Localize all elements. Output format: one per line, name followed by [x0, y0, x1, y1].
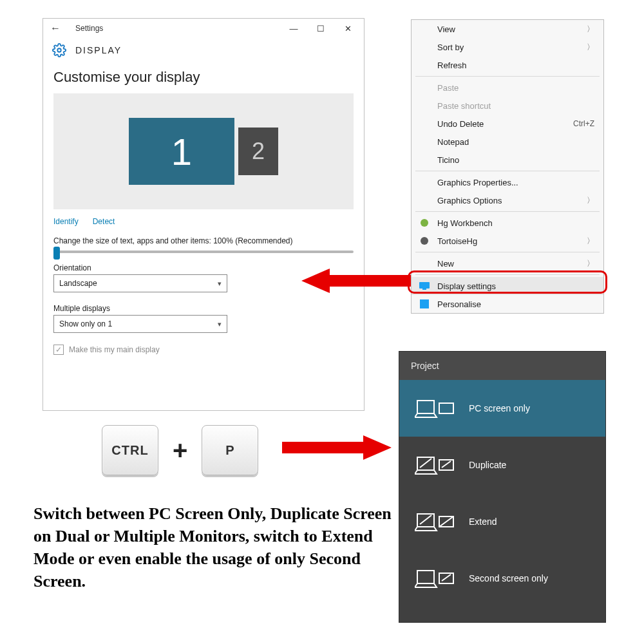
- menu-item-label: Sort by: [437, 43, 464, 52]
- arrow-annotation-2: [282, 433, 392, 462]
- header-row: DISPLAY: [43, 38, 364, 66]
- monitor-1[interactable]: 1: [129, 118, 234, 185]
- menu-item-label: Personalise: [437, 299, 481, 309]
- project-mode-icon: [415, 395, 453, 421]
- monitor-2[interactable]: 2: [238, 128, 278, 175]
- arrow-annotation-1: [301, 266, 411, 296]
- chevron-right-icon: 〉: [587, 24, 594, 35]
- orientation-value: Landscape: [59, 279, 97, 288]
- menu-item-label: Hg Workbench: [437, 218, 493, 228]
- chevron-right-icon: 〉: [587, 236, 594, 247]
- menu-item-label: New: [437, 259, 454, 269]
- menu-item-new[interactable]: New〉: [412, 254, 603, 272]
- project-option-pc-screen-only[interactable]: PC screen only: [399, 380, 605, 437]
- display-icon: [419, 281, 430, 291]
- menu-item-graphics-options[interactable]: Graphics Options〉: [412, 191, 603, 209]
- tortoise-icon: [419, 236, 430, 246]
- page-header: DISPLAY: [75, 45, 122, 55]
- project-mode-icon: [415, 452, 453, 478]
- menu-separator: [415, 274, 600, 275]
- project-mode-icon: [415, 509, 453, 535]
- menu-separator: [415, 252, 600, 252]
- chevron-down-icon: ▾: [218, 320, 222, 328]
- main-display-checkbox-row: ✓ Make this my main display: [43, 341, 364, 359]
- personalise-icon: [419, 299, 430, 309]
- hg-icon: [419, 218, 430, 228]
- key-ctrl: CTRL: [102, 425, 158, 475]
- svg-rect-8: [439, 403, 453, 413]
- section-title: Customise your display: [43, 66, 364, 93]
- menu-separator: [415, 211, 600, 212]
- menu-item-label: TortoiseHg: [437, 236, 477, 246]
- chevron-down-icon: ▾: [218, 279, 222, 288]
- menu-separator: [415, 76, 600, 77]
- svg-marker-6: [301, 269, 411, 293]
- project-option-label: Second screen only: [469, 573, 548, 583]
- chevron-right-icon: 〉: [587, 195, 594, 206]
- detect-link[interactable]: Detect: [93, 217, 115, 226]
- project-option-label: PC screen only: [469, 403, 530, 413]
- identify-link[interactable]: Identify: [53, 217, 79, 226]
- project-title: Project: [399, 352, 605, 380]
- menu-item-paste-shortcut: Paste shortcut: [412, 97, 603, 115]
- project-option-second-screen-only[interactable]: Second screen only: [399, 550, 605, 607]
- titlebar: ← Settings ― ☐ ✕: [43, 19, 364, 38]
- scale-slider[interactable]: [43, 248, 364, 260]
- menu-item-sort-by[interactable]: Sort by〉: [412, 38, 603, 56]
- menu-item-tortoisehg[interactable]: TortoiseHg〉: [412, 232, 603, 250]
- svg-rect-4: [422, 289, 426, 290]
- gear-icon: [52, 43, 66, 57]
- menu-item-display-settings[interactable]: Display settings: [412, 277, 603, 295]
- menu-separator: [415, 171, 600, 171]
- menu-item-personalise[interactable]: Personalise: [412, 295, 603, 313]
- orientation-select[interactable]: Landscape ▾: [53, 274, 227, 292]
- desktop-context-menu: View〉Sort by〉RefreshPastePaste shortcutU…: [411, 19, 604, 314]
- window-title: Settings: [75, 24, 280, 33]
- project-option-duplicate[interactable]: Duplicate: [399, 437, 605, 493]
- main-display-checkbox[interactable]: ✓: [53, 345, 64, 355]
- monitor-links: Identify Detect: [43, 209, 364, 234]
- menu-item-ticino[interactable]: Ticino: [412, 151, 603, 169]
- svg-point-1: [421, 219, 428, 227]
- project-option-label: Duplicate: [469, 460, 506, 470]
- project-option-label: Extend: [469, 516, 497, 527]
- menu-item-paste: Paste: [412, 79, 603, 97]
- menu-shortcut: Ctrl+Z: [573, 119, 594, 128]
- maximize-button[interactable]: ☐: [307, 19, 334, 37]
- project-mode-icon: [415, 565, 453, 591]
- menu-item-refresh[interactable]: Refresh: [412, 56, 603, 74]
- svg-rect-3: [419, 282, 430, 289]
- svg-point-2: [421, 237, 428, 245]
- back-icon[interactable]: ←: [50, 23, 61, 34]
- multiple-displays-select[interactable]: Show only on 1 ▾: [53, 315, 227, 333]
- chevron-right-icon: 〉: [587, 258, 594, 269]
- project-option-extend[interactable]: Extend: [399, 493, 605, 550]
- menu-item-view[interactable]: View〉: [412, 20, 603, 38]
- close-button[interactable]: ✕: [334, 19, 361, 37]
- monitor-arrangement[interactable]: 1 2: [53, 93, 354, 209]
- key-p: P: [202, 425, 258, 475]
- svg-rect-5: [420, 299, 429, 308]
- menu-item-graphics-properties[interactable]: Graphics Properties...: [412, 173, 603, 191]
- menu-item-label: Refresh: [437, 61, 467, 70]
- scale-label: Change the size of text, apps and other …: [43, 234, 364, 248]
- slider-thumb[interactable]: [53, 247, 60, 260]
- titlebar-controls: ― ☐ ✕: [280, 19, 361, 37]
- menu-item-undo-delete[interactable]: Undo DeleteCtrl+Z: [412, 115, 603, 133]
- menu-item-hg-workbench[interactable]: Hg Workbench: [412, 214, 603, 232]
- minimize-button[interactable]: ―: [280, 19, 307, 37]
- menu-item-notepad[interactable]: Notepad: [412, 133, 603, 151]
- keyboard-shortcut: CTRL + P: [102, 425, 258, 475]
- menu-item-label: Graphics Options: [437, 196, 502, 205]
- project-panel: Project PC screen onlyDuplicateExtendSec…: [399, 352, 605, 622]
- menu-item-label: View: [437, 24, 455, 34]
- main-display-label: Make this my main display: [69, 345, 160, 354]
- menu-item-label: Ticino: [437, 155, 459, 165]
- svg-marker-7: [282, 435, 392, 460]
- menu-item-label: Display settings: [437, 281, 496, 291]
- multiple-displays-value: Show only on 1: [59, 319, 112, 328]
- plus-icon: +: [173, 436, 187, 465]
- multiple-displays-label: Multiple displays: [43, 300, 364, 315]
- settings-window: ← Settings ― ☐ ✕ DISPLAY Customise your …: [43, 18, 365, 411]
- menu-item-label: Graphics Properties...: [437, 178, 518, 187]
